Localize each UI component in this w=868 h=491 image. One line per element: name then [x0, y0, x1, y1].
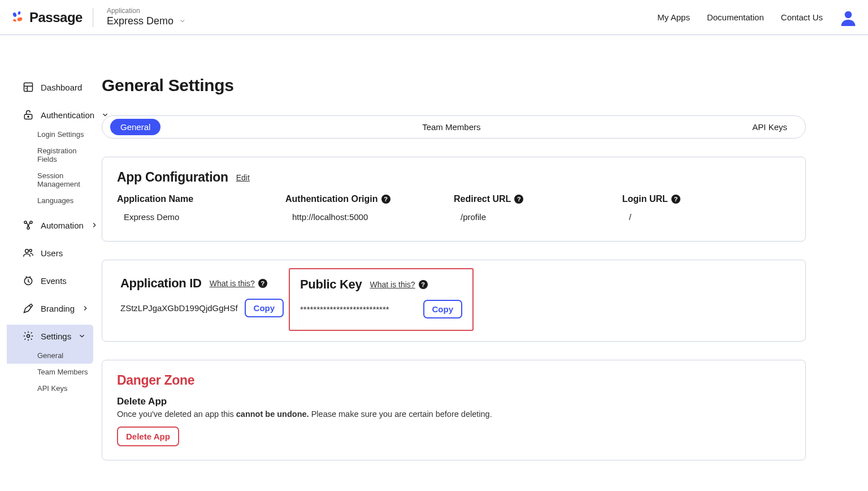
danger-text: Once you've deleted an app this cannot b… — [117, 410, 791, 419]
sidebar-sub-login-settings[interactable]: Login Settings — [7, 126, 93, 143]
card-title: App Configuration — [117, 170, 228, 185]
svg-point-12 — [29, 249, 32, 252]
chevron-down-icon — [101, 111, 109, 119]
sidebar-item-automation[interactable]: Automation — [7, 214, 93, 236]
field-value: / — [622, 212, 791, 222]
unlock-icon — [23, 109, 34, 120]
field-application-name: Application Name Express Demo — [117, 194, 285, 222]
branding-icon — [23, 303, 34, 314]
automation-icon — [23, 219, 34, 231]
sidebar-item-label: Branding — [41, 304, 75, 313]
field-login-url: Login URL ? / — [622, 194, 791, 222]
sidebar-sub-registration-fields[interactable]: Registration Fields — [7, 143, 93, 167]
sidebar-group-settings: Settings General — [7, 325, 93, 364]
chevron-right-icon — [90, 221, 98, 229]
svg-point-11 — [25, 249, 29, 253]
application-id-block: Application ID What is this? ? ZStzLPJga… — [110, 268, 289, 331]
public-key-value: *************************** — [300, 304, 389, 314]
what-is-this-link[interactable]: What is this? ? — [210, 279, 267, 288]
field-redirect-url: Redirect URL ? /profile — [454, 194, 622, 222]
sidebar-sub-team-members[interactable]: Team Members — [7, 364, 93, 380]
users-icon — [23, 247, 34, 259]
app-configuration-card: App Configuration Edit Application Name … — [102, 157, 806, 242]
field-auth-origin: Authentication Origin ? http://localhost… — [285, 194, 454, 222]
sidebar-item-label: Users — [41, 248, 63, 258]
help-icon: ? — [258, 279, 267, 288]
field-value: http://localhost:5000 — [285, 212, 454, 222]
delete-app-button[interactable]: Delete App — [117, 427, 179, 446]
content: General Settings General Team Members AP… — [93, 35, 868, 491]
sidebar: Dashboard Authentication Login Settings … — [0, 35, 93, 491]
tab-general[interactable]: General — [110, 119, 160, 135]
copy-appid-button[interactable]: Copy — [245, 299, 284, 317]
svg-point-3 — [17, 16, 23, 21]
field-label: Application Name — [117, 194, 193, 204]
tab-team-members[interactable]: Team Members — [412, 119, 491, 135]
danger-title: Danger Zone — [117, 373, 791, 388]
field-label: Authentication Origin — [285, 194, 378, 204]
sidebar-sub-api-keys[interactable]: API Keys — [7, 380, 93, 397]
sidebar-item-branding[interactable]: Branding — [7, 297, 93, 320]
sidebar-item-events[interactable]: Events — [7, 269, 93, 292]
brand-logo-icon — [11, 11, 25, 24]
page-title: General Settings — [102, 76, 806, 95]
sidebar-item-authentication[interactable]: Authentication — [7, 104, 93, 126]
tab-strip: General Team Members API Keys — [102, 115, 806, 139]
avatar[interactable] — [840, 9, 857, 26]
field-label: Login URL — [622, 194, 668, 204]
what-is-this-link[interactable]: What is this? ? — [370, 280, 427, 289]
chevron-right-icon — [81, 304, 89, 312]
svg-point-2 — [12, 18, 16, 21]
application-id-value: ZStzLPJgaXGbD199QjdGgHSf — [120, 303, 238, 313]
svg-point-1 — [18, 11, 21, 15]
nav-my-apps[interactable]: My Apps — [657, 12, 690, 22]
app-picker-value: Express Demo — [107, 15, 173, 27]
edit-link[interactable]: Edit — [236, 173, 250, 182]
danger-subtitle: Delete App — [117, 396, 791, 407]
sidebar-sub-session-management[interactable]: Session Management — [7, 167, 93, 192]
public-key-block: Public Key What is this? ? *************… — [289, 268, 474, 331]
nav-documentation[interactable]: Documentation — [707, 12, 764, 22]
sidebar-item-label: Events — [41, 276, 67, 286]
svg-point-10 — [27, 227, 29, 229]
field-value: /profile — [454, 212, 622, 222]
brand[interactable]: Passage — [11, 10, 83, 25]
app-picker-label: Application — [107, 7, 186, 15]
svg-point-14 — [27, 335, 30, 338]
sidebar-item-label: Dashboard — [41, 83, 82, 92]
dashboard-icon — [23, 81, 34, 93]
svg-point-7 — [28, 116, 29, 117]
svg-point-4 — [845, 11, 852, 18]
help-icon[interactable]: ? — [381, 195, 390, 204]
svg-rect-5 — [24, 83, 33, 92]
help-icon: ? — [419, 280, 428, 289]
divider — [93, 8, 93, 27]
sidebar-sub-languages[interactable]: Languages — [7, 192, 93, 209]
sidebar-sub-general[interactable]: General — [7, 347, 93, 364]
events-icon — [23, 275, 34, 286]
topbar: Passage Application Express Demo My Apps… — [0, 0, 868, 35]
id-publickey-card: Application ID What is this? ? ZStzLPJga… — [102, 260, 806, 342]
chevron-down-icon — [179, 18, 186, 24]
sidebar-item-label: Automation — [41, 221, 84, 230]
svg-point-0 — [12, 12, 17, 18]
sidebar-item-label: Authentication — [41, 110, 94, 120]
sidebar-item-dashboard[interactable]: Dashboard — [7, 76, 93, 98]
help-icon[interactable]: ? — [671, 195, 680, 204]
block-title: Application ID — [120, 276, 202, 291]
brand-name: Passage — [29, 10, 83, 25]
help-icon[interactable]: ? — [514, 195, 523, 204]
chevron-down-icon — [78, 332, 86, 340]
danger-zone-card: Danger Zone Delete App Once you've delet… — [102, 360, 806, 460]
sidebar-item-settings[interactable]: Settings — [7, 325, 93, 347]
block-title: Public Key — [300, 277, 362, 292]
top-nav: My Apps Documentation Contact Us — [657, 9, 857, 26]
app-picker[interactable]: Application Express Demo — [107, 7, 186, 27]
sidebar-item-users[interactable]: Users — [7, 242, 93, 264]
nav-contact[interactable]: Contact Us — [781, 12, 823, 22]
field-label: Redirect URL — [454, 194, 511, 204]
copy-publickey-button[interactable]: Copy — [423, 300, 463, 318]
sidebar-item-label: Settings — [41, 331, 71, 341]
field-value: Express Demo — [117, 212, 285, 222]
tab-api-keys[interactable]: API Keys — [742, 119, 797, 135]
